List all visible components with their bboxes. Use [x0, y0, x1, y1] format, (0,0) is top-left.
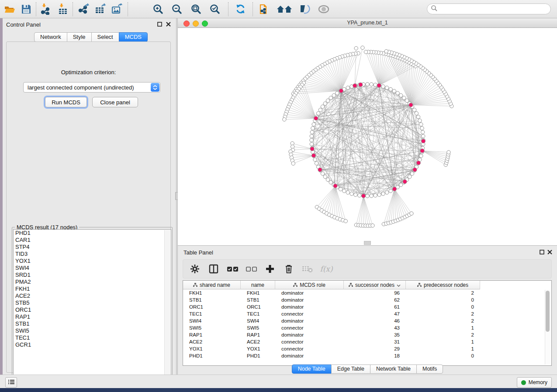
zoom-in-icon[interactable] — [152, 3, 164, 15]
cell-successor-nodes: 96 — [344, 290, 406, 296]
column-header-name[interactable]: name — [241, 281, 275, 289]
export-image-icon[interactable] — [111, 3, 123, 15]
mcds-result-item[interactable]: SWI5 — [14, 327, 171, 334]
table-row[interactable]: ACE2ACE2connector311 — [183, 338, 480, 345]
close-panel-icon[interactable] — [166, 21, 171, 27]
horizontal-splitter-handle[interactable] — [364, 241, 371, 245]
cell-predecessor-nodes: 2 — [406, 332, 480, 337]
mcds-result-item[interactable]: ACE2 — [14, 292, 171, 299]
delete-table-icon — [302, 263, 313, 275]
table-row[interactable]: SWI5SWI5connector431 — [183, 324, 480, 331]
table-row[interactable]: STB1STB1dominator620 — [183, 296, 480, 303]
mcds-result-item[interactable]: TID3 — [14, 251, 171, 258]
mcds-result-item[interactable]: SWI4 — [14, 265, 171, 272]
tab-style[interactable]: Style — [67, 32, 92, 42]
toolbar-separator — [253, 2, 253, 16]
split-columns-icon[interactable] — [208, 263, 219, 275]
mcds-result-item[interactable]: RAP1 — [14, 313, 171, 320]
mcds-result-item[interactable]: ORC1 — [14, 306, 171, 313]
run-mcds-button[interactable]: Run MCDS — [45, 97, 87, 107]
table-row[interactable]: FKH1FKH1dominator962 — [183, 289, 480, 296]
mcds-result-group: MCDS result (17 nodes) PHD1CAR1STP4TID3Y… — [12, 227, 173, 391]
network-window-titlebar[interactable]: YPA_prune.txt_1 — [178, 18, 557, 28]
select-stepper-icon — [151, 83, 159, 92]
tab-select[interactable]: Select — [91, 32, 119, 42]
delete-icon[interactable] — [283, 263, 294, 275]
mcds-result-item[interactable]: STB1 — [14, 320, 171, 327]
network-graph[interactable] — [178, 28, 557, 245]
control-panel-title: Control Panel — [6, 21, 41, 28]
tab-edge-table[interactable]: Edge Table — [331, 364, 370, 374]
select-all-icon[interactable] — [227, 263, 238, 275]
cell-mcds-role: connector — [275, 311, 344, 316]
cell-predecessor-nodes: 0 — [406, 297, 480, 303]
import-table-icon[interactable] — [57, 3, 69, 15]
mcds-result-item[interactable]: PMA2 — [14, 279, 171, 285]
mcds-result-item[interactable]: TEC1 — [14, 334, 171, 341]
zoom-fit-icon[interactable] — [190, 3, 202, 15]
list-scrollbar[interactable] — [164, 230, 170, 389]
mcds-tab-content: Optimization criterion: largest connecte… — [6, 41, 171, 373]
close-table-panel-icon[interactable] — [547, 249, 553, 255]
scrollbar-thumb[interactable] — [546, 291, 550, 332]
tab-motifs[interactable]: Motifs — [416, 364, 443, 374]
new-network-from-selection-icon[interactable] — [259, 3, 271, 15]
search-input[interactable] — [427, 3, 551, 14]
table-row[interactable]: TEC1TEC1connector472 — [183, 310, 480, 317]
table-panel-tabs: Node TableEdge TableNetwork TableMotifs — [178, 364, 557, 374]
deselect-all-icon[interactable] — [246, 263, 257, 275]
application-window: Control Panel NetworkStyleSelectMCDS Opt… — [0, 0, 557, 392]
node-table[interactable]: shared namenameMCDS rolesuccessor nodesp… — [183, 280, 552, 366]
column-header-MCDS-role[interactable]: MCDS role — [275, 281, 344, 289]
column-header-successor-nodes[interactable]: successor nodes — [344, 281, 406, 289]
mcds-result-item[interactable]: GCR1 — [14, 341, 171, 348]
tab-node-table[interactable]: Node Table — [292, 364, 332, 374]
mcds-result-item[interactable]: STP4 — [14, 244, 171, 251]
cell-successor-nodes: 61 — [344, 304, 406, 309]
gear-icon[interactable] — [189, 263, 201, 275]
cell-shared-name: FKH1 — [183, 290, 241, 296]
mcds-result-item[interactable]: STB5 — [14, 299, 171, 306]
zoom-selected-icon[interactable] — [209, 3, 221, 15]
mcds-result-item[interactable]: CAR1 — [14, 237, 171, 244]
criterion-selected-value: largest connected component (undirected) — [24, 84, 151, 91]
tab-network-table[interactable]: Network Table — [370, 364, 417, 374]
mcds-result-item[interactable]: SRD1 — [14, 272, 171, 279]
table-row[interactable]: SWI4SWI4dominator462 — [183, 317, 480, 324]
mcds-result-item[interactable]: PHD1 — [14, 230, 171, 237]
tab-mcds[interactable]: MCDS — [119, 32, 148, 42]
cell-successor-nodes: 62 — [344, 297, 406, 303]
mcds-result-list[interactable]: PHD1CAR1STP4TID3YOX1SWI4SRD1PMA2FKH1ACE2… — [13, 229, 171, 390]
table-row[interactable]: PHD1PHD1dominator180 — [183, 352, 480, 359]
eye-icon — [317, 3, 329, 15]
tab-network[interactable]: Network — [34, 32, 67, 42]
hide-glasses-icon[interactable] — [298, 3, 310, 15]
zoom-out-icon[interactable] — [171, 3, 183, 15]
table-row[interactable]: ORC1ORC1dominator610 — [183, 303, 480, 310]
mcds-result-item[interactable]: FKH1 — [14, 285, 171, 292]
memory-button[interactable]: Memory — [517, 377, 552, 388]
save-session-icon[interactable] — [20, 3, 32, 15]
optimization-criterion-select[interactable]: largest connected component (undirected) — [23, 82, 160, 93]
toolbar-separator — [228, 2, 228, 16]
table-scrollbar[interactable] — [545, 290, 550, 364]
network-canvas[interactable] — [178, 28, 557, 245]
home-icon[interactable] — [276, 3, 294, 15]
close-panel-button[interactable]: Close panel — [92, 97, 138, 107]
float-panel-icon[interactable] — [157, 21, 163, 27]
refresh-icon[interactable] — [235, 3, 247, 15]
mcds-result-item[interactable]: YOX1 — [14, 258, 171, 265]
cell-predecessor-nodes: 1 — [406, 339, 480, 344]
cell-predecessor-nodes: 1 — [406, 346, 480, 351]
export-network-icon[interactable] — [78, 3, 90, 15]
float-table-panel-icon[interactable] — [539, 249, 545, 255]
open-file-icon[interactable] — [3, 3, 16, 15]
table-row[interactable]: YOX1YOX1connector291 — [183, 345, 480, 352]
import-network-icon[interactable] — [40, 3, 52, 15]
panel-menu-button[interactable] — [5, 377, 17, 388]
column-header-shared-name[interactable]: shared name — [183, 281, 241, 289]
column-header-predecessor-nodes[interactable]: predecessor nodes — [406, 281, 480, 289]
add-column-icon[interactable] — [264, 263, 276, 275]
table-row[interactable]: RAP1RAP1dominator352 — [183, 331, 480, 338]
export-table-icon[interactable] — [94, 3, 107, 15]
